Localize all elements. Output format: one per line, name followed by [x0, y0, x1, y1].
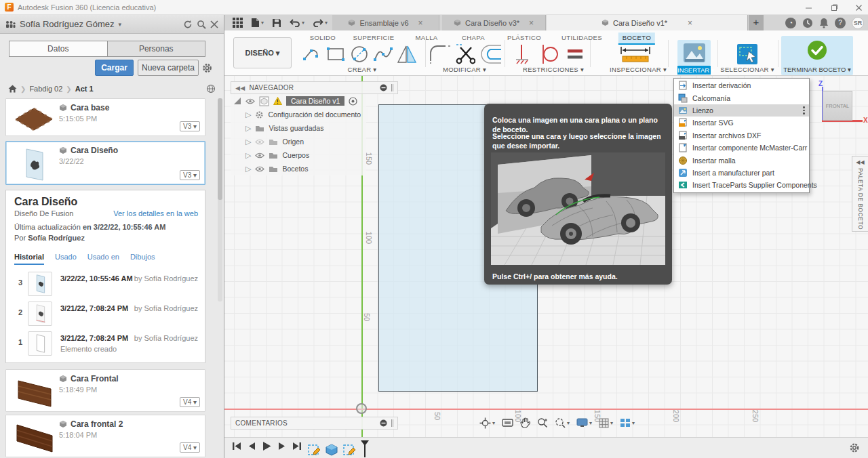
- tree-node[interactable]: ▷ Origen: [231, 135, 366, 148]
- sketch-feature-icon[interactable]: [342, 442, 356, 457]
- viewcube-front-face[interactable]: FRONTAL: [823, 91, 852, 121]
- eye-icon[interactable]: [255, 152, 264, 159]
- expand-icon[interactable]: ▷: [245, 138, 251, 146]
- collapse-circle-icon[interactable]: [380, 84, 387, 91]
- pan-hand-icon[interactable]: [520, 417, 530, 428]
- expand-icon[interactable]: ▷: [245, 165, 251, 173]
- menu-item-manufacturer-part[interactable]: Insert a manufacturer part: [674, 167, 809, 179]
- redo-icon[interactable]: ▾: [313, 18, 328, 27]
- section-crear[interactable]: CREAR ▾: [348, 66, 377, 73]
- menu-item-mesh[interactable]: Insertar malla: [674, 154, 809, 166]
- expand-icon[interactable]: ▷: [245, 124, 251, 133]
- timeline-gear-icon[interactable]: [849, 442, 860, 453]
- close-window-icon[interactable]: [855, 4, 863, 12]
- section-modificar[interactable]: MODIFICAR ▾: [443, 66, 486, 73]
- maximize-icon[interactable]: [830, 4, 837, 12]
- list-item[interactable]: Cara frontal 2 5:18:04 PM V4 ▾: [5, 415, 205, 457]
- tree-node[interactable]: ▷ Cuerpos: [231, 148, 366, 162]
- version-chip[interactable]: V3 ▾: [180, 170, 200, 180]
- tree-node[interactable]: ▷ Vistas guardadas: [231, 121, 366, 135]
- new-folder-button[interactable]: Nueva carpeta: [138, 60, 199, 76]
- minimize-icon[interactable]: [805, 4, 812, 12]
- rectangle-tool-icon[interactable]: [324, 43, 347, 66]
- tab-usado[interactable]: Usado: [55, 253, 77, 265]
- avatar[interactable]: SR: [852, 17, 864, 29]
- finish-sketch-button[interactable]: TERMINAR BOCETO ▾: [781, 36, 853, 75]
- mirror-tool-icon[interactable]: [395, 43, 418, 66]
- panel-grip[interactable]: [391, 419, 393, 427]
- play-icon[interactable]: [262, 441, 272, 451]
- version-row[interactable]: 2 3/21/22, 7:08:24 PM by Sofía Rodríguez: [13, 300, 199, 329]
- spline-tool-icon[interactable]: [372, 43, 395, 66]
- ribbon-tab-malla[interactable]: MALLA: [411, 33, 441, 43]
- eye-icon[interactable]: [245, 98, 255, 104]
- panel-settings-gear-icon[interactable]: [201, 62, 213, 74]
- undo-icon[interactable]: ▾: [290, 18, 304, 27]
- search-icon[interactable]: [197, 20, 206, 29]
- select-tool-icon[interactable]: [736, 43, 759, 66]
- ribbon-tab-superficie[interactable]: SUPERFICIE: [349, 33, 398, 43]
- collapse-left-icon[interactable]: ◀◀: [235, 85, 245, 91]
- tab-historial[interactable]: Historial: [14, 253, 44, 265]
- origin-point[interactable]: [356, 403, 367, 414]
- orbit-icon[interactable]: ▾: [479, 417, 495, 429]
- menu-overflow-icon[interactable]: [803, 106, 805, 114]
- viewports-icon[interactable]: ▾: [620, 418, 635, 428]
- app-grid-icon[interactable]: [233, 18, 243, 28]
- tab-usado-en[interactable]: Usado en: [87, 253, 119, 265]
- menu-item-traceparts[interactable]: Insert TraceParts Supplier Components: [674, 179, 809, 191]
- section-inspeccionar[interactable]: INSPECCIONAR ▾: [610, 66, 667, 73]
- version-chip[interactable]: V4 ▾: [180, 397, 200, 407]
- viewport-canvas[interactable]: 150 100 50 50 100 150 200 250 ◀◀ NAVEGAD…: [224, 76, 868, 437]
- user-bar[interactable]: Sofía Rodríguez Gómez ▾: [0, 15, 224, 34]
- panel-scrollbar[interactable]: [218, 98, 222, 301]
- tree-root-row[interactable]: Cara Diseño v1: [231, 94, 366, 108]
- sketch-palette-collapsed[interactable]: ◀◀ PALETA DE BOCETO: [852, 156, 868, 232]
- list-item-selected[interactable]: Cara Diseño 3/22/22 V3 ▾: [5, 141, 205, 185]
- panel-grip[interactable]: [391, 84, 393, 91]
- doc-tab-cara-v1-active[interactable]: Cara Diseño v1* ×: [547, 15, 748, 30]
- breadcrumb-folder[interactable]: Fabdig 02: [29, 85, 62, 93]
- globe-icon[interactable]: [206, 84, 216, 93]
- extensions-icon[interactable]: ◔: [785, 18, 796, 28]
- expand-icon[interactable]: ▷: [245, 110, 251, 119]
- doc-tab-ensamblaje[interactable]: Ensamblaje v6 ×: [332, 15, 439, 30]
- offset-tool-icon[interactable]: [479, 43, 502, 66]
- timeline-marker-icon[interactable]: [360, 440, 370, 457]
- collapse-circle-icon[interactable]: [380, 419, 387, 427]
- step-forward-icon[interactable]: [278, 442, 286, 451]
- tangent-constraint-icon[interactable]: [538, 43, 561, 66]
- look-at-icon[interactable]: [502, 418, 513, 428]
- list-item[interactable]: Cara base 5:15:05 PM V3 ▾: [5, 98, 205, 136]
- tab-dibujos[interactable]: Dibujos: [130, 253, 155, 265]
- eye-icon[interactable]: [255, 166, 264, 172]
- recent-clock-icon[interactable]: [802, 18, 813, 28]
- version-chip[interactable]: V4 ▾: [180, 442, 200, 453]
- sketch-feature-icon[interactable]: [307, 442, 321, 457]
- expand-filled-icon[interactable]: [233, 97, 241, 105]
- close-tab-icon[interactable]: ×: [529, 18, 534, 28]
- root-document-label[interactable]: Cara Diseño v1: [286, 96, 344, 106]
- go-to-start-icon[interactable]: [232, 442, 241, 451]
- step-back-icon[interactable]: [248, 442, 256, 451]
- grid-settings-icon[interactable]: ▾: [599, 418, 613, 428]
- trim-scissors-icon[interactable]: [454, 43, 477, 66]
- new-tab-button[interactable]: +: [749, 15, 764, 30]
- ribbon-tab-solido[interactable]: SOLIDO: [306, 33, 340, 43]
- ribbon-tab-chapa[interactable]: CHAPA: [458, 33, 489, 43]
- list-item[interactable]: Cara Frontal 5:18:49 PM V4 ▾: [5, 369, 205, 412]
- breadcrumb-current[interactable]: Act 1: [75, 85, 94, 93]
- menu-item-decal[interactable]: Calcomanía: [674, 91, 809, 104]
- menu-item-dxf[interactable]: Insertar archivos DXF: [674, 129, 809, 142]
- upload-button[interactable]: Cargar: [95, 60, 134, 76]
- fillet-tool-icon[interactable]: [428, 43, 451, 66]
- section-seleccionar[interactable]: SELECCIONAR ▾: [720, 66, 774, 73]
- box-feature-icon[interactable]: [325, 442, 338, 457]
- view-cube[interactable]: Z X FRONTAL: [806, 80, 867, 134]
- tree-node[interactable]: ▷ Bocetos: [231, 162, 366, 175]
- doc-tab-cara-v3[interactable]: Cara Diseño v3* ×: [442, 15, 546, 30]
- line-tool-icon[interactable]: [300, 43, 323, 66]
- tab-datos[interactable]: Datos: [9, 41, 107, 57]
- zoom-icon[interactable]: [537, 417, 548, 428]
- zoom-window-icon[interactable]: ▾: [555, 417, 570, 428]
